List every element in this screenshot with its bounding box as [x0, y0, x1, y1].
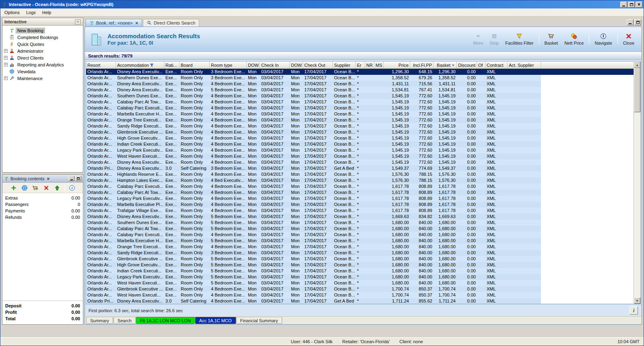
bottom-tab-search[interactable]: Search [114, 317, 136, 324]
add-button[interactable] [10, 184, 17, 192]
close-button[interactable]: Close [620, 32, 638, 47]
info-button[interactable]: i [68, 184, 76, 192]
sidebar-item-maintenance[interactable]: +Maintenance [2, 75, 83, 82]
panel-collapse-button[interactable]: − [75, 19, 81, 25]
table-row[interactable]: Orlando Ar...Glenbrook Executive ...Exe.… [86, 286, 634, 292]
sidebar-item-new-booking[interactable]: New Booking [2, 27, 83, 34]
nett-price-button[interactable]: Nett Price [561, 32, 587, 47]
move-up-button[interactable] [54, 184, 61, 192]
table-row[interactable]: Orlando Ar...Calabay Parc Executi...Exe.… [86, 105, 634, 111]
table-row[interactable]: Orlando Ar...Indian Creek Executi...Exe.… [86, 268, 634, 274]
scroll-down-button[interactable]: ▼ [634, 297, 640, 304]
menu-help[interactable]: Help [39, 9, 55, 16]
table-row[interactable]: Orlando Ar...Disney Area Executiv...Exe.… [86, 214, 634, 220]
vertical-scrollbar[interactable]: ▲ ▼ [634, 62, 640, 304]
menu-options[interactable]: Options [1, 9, 23, 16]
table-row[interactable]: Orlando Ar...Marbella Executive Pl...Exe… [86, 202, 634, 208]
booking-contents-row[interactable]: Extras0.00 [5, 195, 80, 201]
minimize-button[interactable] [620, 2, 627, 8]
column-header-act-supplier[interactable]: Act. Supplier [508, 62, 541, 69]
table-row[interactable]: Orlando Ar...Southern Dunes Exe...Exe...… [86, 220, 634, 226]
table-row[interactable]: Orlando Ar...Southern Dunes Exe...Exe...… [86, 75, 634, 81]
bottom-tab-summary[interactable]: Summary [86, 317, 113, 324]
column-header-of[interactable]: Of [477, 62, 485, 69]
sidebar-item-viewdata[interactable]: Viewdata [2, 68, 83, 75]
basket-add-button[interactable] [32, 184, 39, 192]
expander-icon[interactable]: + [4, 63, 8, 66]
table-row[interactable]: Orlando Ar...High Grove Executiv...Exe..… [86, 262, 634, 268]
table-row[interactable]: Orlando Ar...West Haven Executi...Exe...… [86, 280, 634, 286]
table-row[interactable]: Orlando Ar...Highlands Reserve E...Exe..… [86, 171, 634, 177]
table-row[interactable]: Orlando Ar...Glenbrook Executive ...Exe.… [86, 129, 634, 135]
table-row[interactable]: Orlando Ar...Orange Tree Executi...Exe..… [86, 244, 634, 250]
booking-contents-maximize-button[interactable] [75, 176, 81, 181]
expander-icon[interactable]: + [4, 76, 8, 80]
table-row[interactable]: Orlando Ar...Legacy Park Executiv...Exe.… [86, 274, 634, 280]
table-row[interactable]: Orlando Ar...West Haven Executi...Exe...… [86, 292, 634, 298]
tab-direct-clients-search[interactable]: Direct Clients Search [143, 19, 199, 27]
table-row[interactable]: Orlando Ar...Calabay Parc At Tow...Exe..… [86, 189, 634, 196]
column-header-discount[interactable]: Discount [457, 62, 477, 69]
tab-book-ref-none[interactable]: Book. ref.: <none>× [85, 19, 142, 27]
table-row[interactable]: Orlando Ar...Marbella Executive H...Exe.… [86, 238, 634, 244]
bottom-tab-acc-1a-1c-mco[interactable]: Acc 1A,1C MCO [195, 317, 236, 324]
table-row[interactable]: Orlando Ar...Legacy Park Executiv...Exe.… [86, 147, 634, 153]
column-header-board[interactable]: Board [180, 62, 210, 69]
column-header-er[interactable]: Er [356, 62, 365, 69]
bottom-tab-flt-1a-1c-lon-mco-lon[interactable]: Flt 1A,1C LON MCO LON [136, 317, 195, 324]
booking-contents-close-icon[interactable]: × [46, 176, 50, 181]
navigate-button[interactable]: Navigate [591, 32, 615, 47]
table-row[interactable]: Orlando Ar...High Grove Executiv...Exe..… [86, 135, 634, 141]
expander-icon[interactable]: + [4, 56, 8, 60]
table-row[interactable]: Orlando Ar...West Haven Executi...Exe...… [86, 153, 634, 159]
table-row[interactable]: Orlando Ar...Calabay Parc At Tow...Exe..… [86, 226, 634, 232]
table-row[interactable]: Orlando Ar...Disney Area Executiv...Exe.… [86, 87, 634, 93]
column-header-basket[interactable]: Basket [433, 62, 457, 69]
booking-contents-minimize-button[interactable] [68, 176, 74, 181]
info-button[interactable]: i [630, 306, 638, 315]
column-header-check-out[interactable]: Check Out [303, 62, 333, 69]
expander-icon[interactable]: + [4, 49, 8, 53]
table-row[interactable]: Orlando Ar...Hampton Lakes Exec...Exe...… [86, 177, 634, 183]
bottom-tab-financial-summary[interactable]: Financial Summary [236, 317, 282, 324]
basket-button[interactable]: Basket [541, 32, 561, 47]
booking-contents-row[interactable]: Payments0.00 [5, 208, 80, 214]
column-header-supplier[interactable]: Supplier [333, 62, 356, 69]
table-row[interactable]: Orlando Ar...Sandy Ridge Executi...Exe..… [86, 123, 634, 129]
booking-contents-row[interactable]: Passengers0 [5, 201, 80, 208]
column-header-dow[interactable]: DOW [247, 62, 260, 69]
scroll-up-button[interactable]: ▲ [634, 62, 640, 68]
delete-button[interactable] [43, 184, 50, 192]
maximize-button[interactable] [628, 2, 635, 8]
table-row[interactable]: Orlando Ar...Disney Area Executiv...Exe.… [86, 69, 634, 75]
booking-contents-row[interactable]: Refunds0.00 [5, 214, 80, 220]
scrollbar-thumb[interactable] [634, 68, 640, 112]
column-header-ms[interactable]: MS [374, 62, 384, 69]
facilities-filter-button[interactable]: Facilities Filter [502, 32, 537, 47]
table-row[interactable]: Orlando Pri...Disney Area Executiv...3.0… [86, 165, 634, 171]
table-row[interactable]: Orlando Ar...Sandy Ridge Executi...Exe..… [86, 250, 634, 256]
sidebar-item-reporting-and-analytics[interactable]: +Reporting and Analytics [2, 61, 83, 68]
table-row[interactable]: Orlando Ar...Legacy Park Executiv...Exe.… [86, 196, 634, 202]
column-header-price[interactable]: Price [384, 62, 410, 69]
web-button[interactable] [21, 184, 28, 192]
column-header-resort[interactable]: Resort [86, 62, 116, 69]
mdi-minimize-button[interactable] [627, 19, 634, 25]
table-row[interactable]: Orlando Ar...Orange Tree Executi...Exe..… [86, 117, 634, 123]
table-row[interactable]: Orlando Ar...Calabay Parc Executi...Exe.… [86, 183, 634, 189]
table-row[interactable]: Orlando Ar...Marbella Executive H...Exe.… [86, 111, 634, 117]
table-row[interactable]: Orlando Ar...Calabay Parc Executi...Exe.… [86, 232, 634, 238]
column-header-accommodation[interactable]: Accommodation [116, 62, 164, 69]
sidebar-item-administrator[interactable]: +Administrator [2, 47, 83, 54]
tab-close-icon[interactable]: × [135, 21, 138, 25]
column-header-rati[interactable]: Rati... [164, 62, 180, 69]
menu-logs[interactable]: Logs [23, 9, 39, 16]
table-row[interactable]: Orlando Ar...Indian Creek Executi...Exe.… [86, 141, 634, 147]
column-header-check-in[interactable]: Check In [260, 62, 290, 69]
table-row[interactable]: Orlando Pri...Disney Area Executiv...3.0… [86, 298, 634, 304]
table-row[interactable]: Orlando Ar...Disney Area Executiv...Exe.… [86, 159, 634, 165]
sidebar-item-quick-quotes[interactable]: Quick Quotes [2, 41, 83, 47]
table-row[interactable]: Orlando Ar...Disney Area Executiv...Exe.… [86, 81, 634, 87]
scrollbar-track[interactable] [634, 112, 640, 297]
column-header-dow[interactable]: DOW [290, 62, 303, 69]
